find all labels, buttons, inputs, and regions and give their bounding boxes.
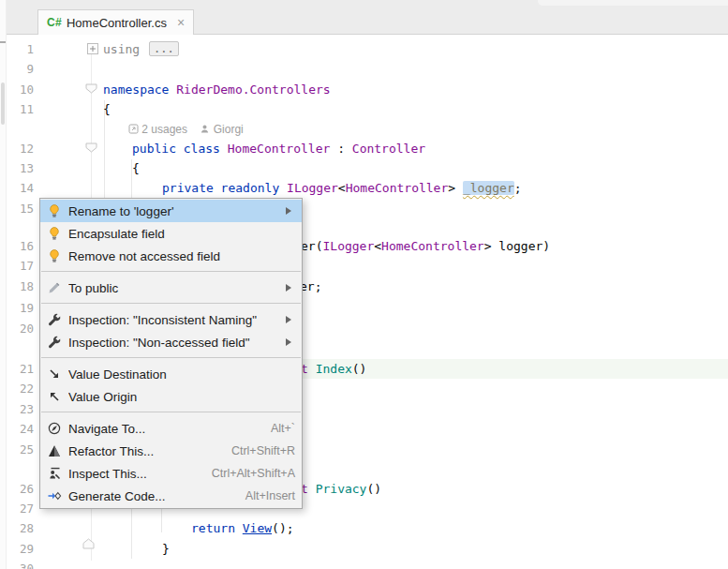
code-token: Index xyxy=(316,362,352,376)
code-token: { xyxy=(103,102,111,116)
line-number-25: 25 xyxy=(6,440,34,459)
submenu-arrow-icon xyxy=(286,338,295,346)
menu-item-navigate-to[interactable]: Navigate To...Alt+` xyxy=(40,417,302,440)
code-line-28[interactable]: return View(); xyxy=(191,518,294,538)
menu-separator xyxy=(41,303,301,304)
code-line-1[interactable]: using ... xyxy=(103,39,179,59)
code-token: (); xyxy=(272,521,293,535)
code-token: HomeController xyxy=(228,142,331,156)
lightbulb-icon xyxy=(47,203,62,218)
code-line-26[interactable]: t Privacy() xyxy=(301,479,381,499)
lightbulb-icon xyxy=(47,248,62,263)
code-token: > xyxy=(448,181,463,195)
submenu-arrow-icon xyxy=(286,207,295,215)
code-line-10[interactable]: namespace RiderDemo.Controllers xyxy=(103,80,331,99)
menu-item-label: Encapsulate field xyxy=(68,227,295,241)
code-line-21[interactable]: t Index() xyxy=(301,359,366,379)
menu-item-label: Refactor This... xyxy=(68,444,222,458)
line-number-30: 30 xyxy=(6,559,34,569)
menu-item-shortcut: Alt+Insert xyxy=(245,489,295,502)
code-token: ; xyxy=(514,181,522,195)
code-token: ... xyxy=(149,41,179,56)
arrow-down-right-icon xyxy=(47,367,62,382)
menu-item-label: Rename to 'logger' xyxy=(68,204,278,218)
fold-collapse-icon[interactable] xyxy=(85,142,97,153)
line-number-21: 21 xyxy=(6,359,34,379)
code-token: () xyxy=(366,482,381,496)
line-number-13: 13 xyxy=(6,158,34,178)
menu-item-label: Remove not accessed field xyxy=(68,249,295,263)
wrench-icon xyxy=(47,335,62,350)
code-line-29[interactable]: } xyxy=(162,539,170,559)
code-token: Controller xyxy=(352,142,425,156)
code-token: t xyxy=(301,362,316,376)
arrow-up-left-icon xyxy=(47,389,62,404)
code-line-18[interactable]: er; xyxy=(300,277,321,296)
line-number-28: 28 xyxy=(6,518,34,538)
menu-item-to-public[interactable]: To public xyxy=(40,277,302,299)
code-token: ILogger xyxy=(322,239,374,253)
line-number-18: 18 xyxy=(6,277,34,296)
intention-menu: Rename to 'logger'Encapsulate fieldRemov… xyxy=(39,198,303,509)
code-token: logger) xyxy=(498,239,550,253)
code-line-12[interactable]: public class HomeController : Controller xyxy=(132,139,425,158)
code-token: > xyxy=(484,239,499,253)
menu-item-inspection-non-accessed-field[interactable]: Inspection: "Non-accessed field" xyxy=(40,331,302,353)
close-icon[interactable]: × xyxy=(177,18,185,27)
code-line-11[interactable]: { xyxy=(103,99,111,119)
line-number-1: 1 xyxy=(6,39,34,59)
generate-icon xyxy=(47,488,62,503)
code-token: private readonly xyxy=(162,181,287,195)
line-number-10: 10 xyxy=(6,80,34,99)
editor-tab-bar: C# HomeController.cs × xyxy=(7,0,728,35)
fold-expand-icon[interactable] xyxy=(87,43,98,54)
code-token: < xyxy=(338,181,346,195)
code-token: er( xyxy=(301,239,322,253)
editor-tab-homecontroller[interactable]: C# HomeController.cs × xyxy=(37,9,194,35)
code-token: public class xyxy=(132,142,228,156)
menu-item-label: To public xyxy=(68,281,278,295)
wrench-icon xyxy=(47,312,62,327)
menu-item-value-origin[interactable]: Value Origin xyxy=(40,385,302,408)
menu-separator xyxy=(41,412,301,412)
line-number-29: 29 xyxy=(6,539,34,559)
fold-collapse-icon[interactable] xyxy=(85,83,97,94)
menu-item-generate-code[interactable]: Generate Code...Alt+Insert xyxy=(40,485,302,507)
line-number-14: 14 xyxy=(6,178,34,198)
code-token: HomeController xyxy=(381,239,484,253)
fold-end-icon[interactable] xyxy=(82,538,95,549)
code-token: _logger xyxy=(463,181,514,195)
menu-item-value-destination[interactable]: Value Destination xyxy=(40,363,302,385)
menu-item-inspection-inconsistent-naming[interactable]: Inspection: "Inconsistent Naming" xyxy=(40,308,302,331)
menu-item-rename-to-logger[interactable]: Rename to 'logger' xyxy=(40,200,302,222)
line-number-19: 19 xyxy=(6,298,34,318)
code-token: HomeController xyxy=(346,181,449,195)
menu-item-remove-not-accessed-field[interactable]: Remove not accessed field xyxy=(40,245,302,267)
code-token: using xyxy=(103,42,147,56)
code-token: Privacy xyxy=(316,482,367,496)
code-token: er; xyxy=(300,279,321,293)
code-token: < xyxy=(374,239,381,253)
menu-item-shortcut: Ctrl+Shift+R xyxy=(231,444,295,457)
code-line-14[interactable]: private readonly ILogger<HomeController>… xyxy=(162,178,522,198)
code-line-16[interactable]: er(ILogger<HomeController> logger) xyxy=(301,236,550,256)
scrollbar-corner xyxy=(538,0,728,6)
menu-item-inspect-this[interactable]: Inspect This...Ctrl+Alt+Shift+A xyxy=(40,462,302,485)
menu-item-label: Generate Code... xyxy=(68,489,236,503)
submenu-arrow-icon xyxy=(286,284,295,292)
menu-item-label: Inspection: "Inconsistent Naming" xyxy=(68,313,278,327)
inspect-icon xyxy=(47,466,62,481)
code-line-13[interactable]: { xyxy=(132,158,140,178)
code-token: () xyxy=(352,362,367,376)
menu-item-label: Navigate To... xyxy=(68,422,261,436)
menu-item-label: Value Destination xyxy=(68,367,295,382)
menu-item-refactor-this[interactable]: Refactor This...Ctrl+Shift+R xyxy=(40,440,302,462)
menu-item-label: Inspect This... xyxy=(68,467,202,481)
menu-item-encapsulate-field[interactable]: Encapsulate field xyxy=(40,222,302,245)
line-number-23: 23 xyxy=(6,399,34,419)
line-number-26: 26 xyxy=(6,479,34,499)
tab-title: HomeController.cs xyxy=(67,16,167,30)
inlay-hints[interactable]: 2 usages Giorgi xyxy=(128,119,244,139)
code-token: { xyxy=(132,161,140,175)
code-token: t xyxy=(301,482,316,496)
